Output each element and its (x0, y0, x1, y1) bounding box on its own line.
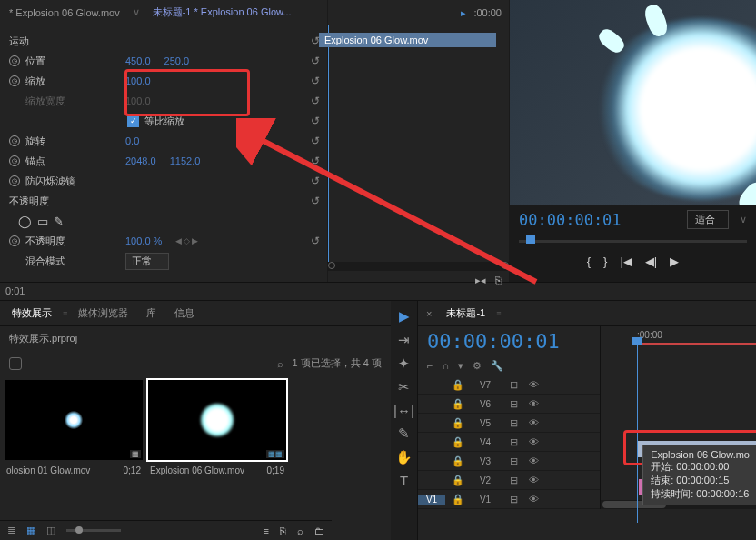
link-icon[interactable]: ∩ (442, 360, 449, 372)
lock-icon[interactable]: 🔒 (449, 379, 467, 391)
eye-icon[interactable]: 👁 (523, 455, 543, 466)
hand-tool-icon[interactable]: ✋ (395, 449, 413, 465)
track-header[interactable]: 🔒V5⊟👁 (418, 414, 600, 433)
project-item[interactable]: ▦ olosion 01 Glow.mov 0;12 (5, 380, 143, 481)
rotation-value[interactable]: 0.0 (125, 135, 139, 146)
marker-icon[interactable]: ▾ (458, 360, 463, 372)
track-label[interactable]: V4 (467, 437, 503, 447)
playonly-icon[interactable]: ▸◂ (475, 275, 486, 286)
sync-lock-icon[interactable]: ⊟ (503, 494, 523, 505)
track-header[interactable]: 🔒V7⊟👁 (418, 375, 600, 395)
track-label[interactable]: V2 (467, 475, 503, 485)
sync-lock-icon[interactable]: ⊟ (503, 398, 523, 410)
freeform-view-icon[interactable]: ◫ (46, 525, 55, 536)
razor-tool-icon[interactable]: ✂ (398, 379, 410, 395)
rect-mask-icon[interactable]: ▭ (37, 215, 48, 228)
stopwatch-icon[interactable]: ◷ (9, 235, 20, 246)
tab-media-browser[interactable]: 媒体浏览器 (71, 302, 135, 325)
preview-timecode[interactable]: 00:00:00:01 (519, 211, 622, 229)
tab-libraries[interactable]: 库 (139, 302, 164, 325)
reset-icon[interactable]: ↺ (311, 75, 320, 87)
export-frame-icon[interactable]: ⎘ (495, 275, 502, 286)
track-header[interactable]: 🔒V3⊟👁 (418, 452, 600, 471)
tab-effect-controls[interactable]: 未标题-1 * Explosion 06 Glow... (144, 1, 301, 24)
lock-icon[interactable]: 🔒 (449, 398, 467, 410)
track-label[interactable]: V1 (467, 495, 503, 505)
lock-icon[interactable]: 🔒 (449, 475, 467, 486)
eye-icon[interactable]: 👁 (523, 398, 543, 409)
lock-icon[interactable]: 🔒 (449, 494, 467, 505)
timeline-timecode[interactable]: 00:00:00:01 (427, 330, 560, 353)
eye-icon[interactable]: 👁 (523, 475, 543, 485)
project-item[interactable]: ▦▦ Explosion 06 Glow.mov 0;19 (148, 380, 286, 481)
tab-info[interactable]: 信息 (167, 302, 202, 325)
mini-clip[interactable]: Explosion 06 Glow.mov (319, 33, 496, 47)
reset-icon[interactable]: ↺ (311, 115, 320, 127)
snap-icon[interactable]: ⌐ (427, 360, 433, 372)
eye-icon[interactable]: 👁 (523, 436, 543, 447)
sort-icon[interactable]: ≡ (264, 525, 269, 536)
reset-icon[interactable]: ↺ (311, 175, 320, 187)
eye-icon[interactable]: 👁 (523, 494, 543, 505)
type-tool-icon[interactable]: T (400, 473, 408, 488)
fit-dropdown[interactable]: 适合 (687, 210, 729, 229)
list-view-icon[interactable]: ≣ (7, 525, 15, 536)
pen-tool-icon[interactable]: ✎ (398, 425, 410, 442)
pen-mask-icon[interactable]: ✎ (54, 215, 64, 228)
track-label[interactable]: V6 (467, 399, 503, 409)
play-icon[interactable]: ▶ (670, 255, 679, 268)
stopwatch-icon[interactable]: ◷ (9, 75, 20, 86)
lock-icon[interactable]: 🔒 (449, 455, 467, 467)
slip-tool-icon[interactable]: |↔| (393, 403, 414, 418)
playhead-marker-icon[interactable]: ▸ (461, 7, 466, 19)
sync-lock-icon[interactable]: ⊟ (503, 475, 523, 486)
anchor-y-value[interactable]: 1152.0 (170, 155, 201, 166)
reset-icon[interactable]: ↺ (311, 55, 320, 67)
settings-icon[interactable]: ⚙ (472, 360, 482, 372)
sequence-tab[interactable]: 未标题-1 (439, 302, 492, 325)
source-patch[interactable]: V1 (418, 495, 445, 505)
wrench-icon[interactable]: 🔧 (491, 360, 503, 372)
find-icon[interactable]: ⌕ (297, 525, 303, 536)
stopwatch-icon[interactable]: ◷ (9, 175, 20, 186)
go-in-icon[interactable]: |◀ (620, 255, 632, 268)
step-back-icon[interactable]: ◀| (645, 255, 657, 268)
opacity-value[interactable]: 100.0 % (125, 235, 162, 246)
reset-icon[interactable]: ↺ (311, 235, 320, 247)
stopwatch-icon[interactable]: ◷ (9, 55, 20, 66)
track-select-tool-icon[interactable]: ⇥ (398, 332, 410, 348)
sync-lock-icon[interactable]: ⊟ (503, 417, 523, 429)
eye-icon[interactable]: 👁 (523, 417, 543, 428)
reset-icon[interactable]: ↺ (311, 135, 320, 147)
motion-section[interactable]: 运动 (9, 35, 109, 48)
blend-dropdown[interactable]: 正常 (125, 253, 169, 270)
mark-in-icon[interactable]: { (587, 255, 591, 268)
sync-lock-icon[interactable]: ⊟ (503, 436, 523, 448)
lock-icon[interactable]: 🔒 (449, 417, 467, 429)
ellipse-mask-icon[interactable]: ◯ (18, 215, 32, 228)
icon-view-icon[interactable]: ▦ (26, 525, 35, 536)
track-label[interactable]: V7 (467, 380, 503, 390)
track-header[interactable]: 🔒V2⊟👁 (418, 471, 600, 490)
reset-icon[interactable]: ↺ (311, 155, 320, 167)
mark-out-icon[interactable]: } (603, 255, 607, 268)
sync-lock-icon[interactable]: ⊟ (503, 455, 523, 467)
new-bin-icon[interactable]: 🗀 (314, 525, 324, 536)
track-header[interactable]: V1🔒V1⊟👁 (418, 490, 600, 509)
filter-bin-icon[interactable] (9, 357, 22, 370)
position-y-value[interactable]: 250.0 (164, 55, 190, 66)
selection-tool-icon[interactable]: ▶ (399, 308, 410, 325)
stopwatch-icon[interactable]: ◷ (9, 155, 20, 166)
position-x-value[interactable]: 450.0 (125, 55, 151, 66)
scale-value[interactable]: 100.0 (125, 75, 151, 86)
ripple-tool-icon[interactable]: ✦ (398, 355, 410, 372)
track-label[interactable]: V3 (467, 456, 503, 466)
eye-icon[interactable]: 👁 (523, 379, 543, 390)
reset-icon[interactable]: ↺ (311, 95, 320, 107)
tab-project[interactable]: 特效展示 (5, 302, 59, 325)
track-header[interactable]: 🔒V6⊟👁 (418, 395, 600, 414)
reset-icon[interactable]: ↺ (311, 195, 320, 207)
track-header[interactable]: 🔒V4⊟👁 (418, 433, 600, 452)
track-label[interactable]: V5 (467, 418, 503, 428)
tab-source[interactable]: * Explosion 06 Glow.mov (0, 3, 129, 23)
